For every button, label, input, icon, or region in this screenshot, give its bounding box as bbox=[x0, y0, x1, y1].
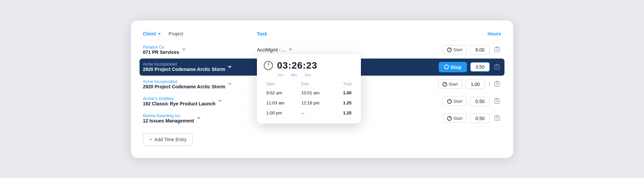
client-project-cell: Acme Incorporated 2920 Project Codename … bbox=[143, 79, 257, 89]
project-name: 2920 Project Codename Arctic Storm bbox=[143, 84, 225, 89]
start-button[interactable]: Start bbox=[443, 97, 467, 106]
trash-icon bbox=[494, 98, 500, 104]
timer-entry-row: 1:00 pm -- 1.25 bbox=[264, 108, 354, 118]
client-project-cell: Paradox Co. 071 PR Services bbox=[143, 45, 257, 55]
timer-time: 03:26:23 bbox=[277, 60, 317, 71]
timer-icon bbox=[447, 99, 452, 104]
expand-client-button[interactable] bbox=[218, 100, 222, 102]
client-column-header: Client Project bbox=[143, 31, 257, 36]
start-col-header: Start bbox=[264, 80, 299, 88]
delete-button[interactable] bbox=[493, 45, 501, 55]
hours-cell: Start bbox=[447, 79, 501, 89]
rows-area: Paradox Co. 071 PR Services AcctMgmt - .… bbox=[143, 41, 501, 127]
client-info: Archer's Distillery 192 Classic Rye Prod… bbox=[143, 96, 215, 106]
timer-labels: Hrs Min Sec bbox=[278, 73, 354, 77]
end-col-header: End bbox=[299, 80, 333, 88]
client-name: Paradox Co. bbox=[143, 45, 179, 50]
add-time-entry-button[interactable]: + Add Time Entry bbox=[143, 133, 193, 146]
start-button[interactable]: Start bbox=[438, 80, 462, 89]
entry-end: 12:16 pm bbox=[299, 98, 333, 108]
svg-rect-0 bbox=[495, 48, 499, 52]
project-name: 071 PR Services bbox=[143, 50, 179, 55]
entry-start: 11:03 am bbox=[264, 98, 299, 108]
timer-icon bbox=[447, 48, 452, 52]
timer-icon bbox=[444, 65, 449, 69]
timer-icon bbox=[442, 82, 447, 87]
hours-column-header: Hours bbox=[447, 31, 501, 36]
task-cell: AcctMgmt - ... bbox=[257, 47, 447, 53]
hours-input-active[interactable] bbox=[470, 62, 490, 72]
trash-icon bbox=[494, 46, 500, 52]
delete-button[interactable] bbox=[493, 113, 501, 123]
client-name: Archer's Distillery bbox=[143, 96, 215, 101]
timer-display: 03:26:23 bbox=[264, 60, 354, 71]
svg-rect-8 bbox=[495, 82, 499, 86]
entry-start: 9:02 am bbox=[264, 88, 299, 98]
delete-button[interactable] bbox=[493, 62, 501, 72]
client-sort-icon[interactable] bbox=[158, 33, 161, 35]
sec-label: Sec bbox=[305, 73, 318, 77]
expand-client-button[interactable] bbox=[197, 117, 201, 119]
client-info: Acme Incorporated 2920 Project Codename … bbox=[143, 79, 225, 89]
client-name: Barima Kwarteng Inc. bbox=[143, 113, 194, 118]
hours-input[interactable] bbox=[466, 80, 485, 89]
client-project-cell: Archer's Distillery 192 Classic Rye Prod… bbox=[143, 96, 257, 106]
timer-table: Start End Total 9:02 am 10:01 am 1.00 11… bbox=[264, 80, 354, 118]
svg-rect-16 bbox=[495, 116, 499, 120]
expand-client-button[interactable] bbox=[182, 49, 186, 51]
client-name: Acme Incorporated bbox=[143, 79, 225, 84]
start-button[interactable]: Start bbox=[443, 114, 467, 123]
delete-button[interactable] bbox=[493, 96, 501, 106]
project-name: 192 Classic Rye Product Launch bbox=[143, 101, 215, 106]
trash-icon bbox=[494, 115, 500, 121]
table-header: Client Project Task Hours bbox=[143, 31, 501, 40]
add-entry-label: Add Time Entry bbox=[154, 137, 186, 142]
chevron-down-icon bbox=[218, 100, 222, 102]
big-timer-icon bbox=[264, 61, 273, 70]
hours-cell: Start bbox=[447, 96, 501, 106]
project-label: Project bbox=[169, 31, 183, 36]
chevron-down-icon bbox=[182, 49, 186, 51]
note-icon bbox=[489, 82, 490, 86]
main-card: Client Project Task Hours Paradox Co. 07… bbox=[131, 20, 513, 158]
client-info: Acme Incorporated 2920 Project Codename … bbox=[143, 62, 225, 72]
client-project-cell: Acme Incorporated 2920 Project Codename … bbox=[143, 62, 257, 72]
hours-input[interactable] bbox=[470, 114, 490, 123]
hours-cell: Stop bbox=[447, 62, 501, 72]
client-info: Paradox Co. 071 PR Services bbox=[143, 45, 179, 55]
entry-total: 1.25 bbox=[334, 98, 354, 108]
min-label: Min bbox=[291, 73, 305, 77]
svg-rect-4 bbox=[495, 65, 499, 69]
entry-start: 1:00 pm bbox=[264, 108, 299, 118]
stop-button[interactable]: Stop bbox=[439, 62, 467, 72]
timer-entry-row: 11:03 am 12:16 pm 1.25 bbox=[264, 98, 354, 108]
chevron-down-icon bbox=[288, 49, 292, 51]
hours-input[interactable] bbox=[470, 45, 490, 55]
svg-rect-12 bbox=[495, 99, 499, 103]
timer-entry-row: 9:02 am 10:01 am 1.00 bbox=[264, 88, 354, 98]
hours-cell: Start bbox=[447, 45, 501, 55]
expand-task-button[interactable] bbox=[288, 49, 292, 51]
timer-popup: 03:26:23 Hrs Min Sec Start End Total 9:0 bbox=[257, 54, 361, 123]
hrs-label: Hrs bbox=[278, 73, 291, 77]
entry-total: 1.00 bbox=[334, 88, 354, 98]
task-column-header: Task bbox=[257, 31, 447, 36]
project-name: 12 Issues Management bbox=[143, 118, 194, 123]
hours-cell: Start bbox=[447, 113, 501, 123]
client-name: Acme Incorporated bbox=[143, 62, 225, 67]
project-name: 2920 Project Codename Arctic Storm bbox=[143, 67, 225, 72]
entry-end: 10:01 am bbox=[299, 88, 333, 98]
trash-icon bbox=[494, 64, 500, 70]
client-info: Barima Kwarteng Inc. 12 Issues Managemen… bbox=[143, 113, 194, 123]
delete-button[interactable] bbox=[493, 79, 501, 89]
expand-client-button[interactable] bbox=[228, 66, 232, 68]
expand-client-button[interactable] bbox=[228, 83, 232, 85]
total-col-header: Total bbox=[334, 80, 354, 88]
chevron-down-icon bbox=[197, 117, 201, 119]
entry-end: -- bbox=[299, 108, 333, 118]
hours-input[interactable] bbox=[470, 97, 490, 106]
plus-icon: + bbox=[149, 137, 152, 143]
start-button[interactable]: Start bbox=[443, 45, 467, 54]
timer-icon bbox=[447, 116, 452, 121]
client-project-cell: Barima Kwarteng Inc. 12 Issues Managemen… bbox=[143, 113, 257, 123]
